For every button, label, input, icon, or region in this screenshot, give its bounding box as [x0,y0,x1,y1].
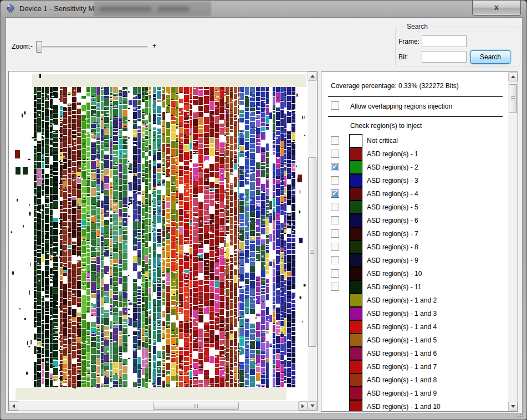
region-checkbox[interactable] [331,203,339,211]
region-swatch [349,360,362,373]
region-checkbox[interactable] [331,283,339,291]
heatmap-canvas[interactable] [9,71,308,401]
region-label: ASD region(s) - 4 [367,187,418,201]
region-label: ASD region(s) - 1 and 6 [367,347,437,360]
map-horizontal-scrollbar[interactable] [9,401,308,411]
separator [328,96,503,97]
region-swatch [349,214,362,227]
zoom-slider-track[interactable] [36,46,147,48]
title-bar[interactable]: Device 1 - Sensitivity Map x [1,1,526,17]
frame-label: Frame: [398,38,419,45]
coverage-text: Coverage percentage: 0.33% (322272 Bits) [331,82,459,90]
region-checkbox[interactable] [331,150,339,158]
region-swatch [349,280,362,294]
zoom-minus-label: - [30,42,33,50]
panel-scroll-up-button[interactable] [508,72,518,81]
region-swatch [349,134,362,147]
region-label: ASD region(s) - 1 and 10 [367,400,441,412]
down-arrow-icon [310,404,315,407]
region-row: ASD region(s) - 1 and 4 [321,320,508,334]
close-icon: x [494,3,499,12]
thumb-grip-icon [194,404,198,408]
region-row: ASD region(s) - 1 and 6 [321,347,508,360]
region-row: ASD region(s) - 7 [321,227,508,240]
region-swatch [349,267,362,280]
region-label: ASD region(s) - 3 [367,174,418,187]
region-checkbox[interactable] [331,216,339,224]
region-checkbox[interactable] [331,243,339,251]
region-row: ASD region(s) - 1 and 7 [321,360,508,373]
region-swatch [349,201,362,214]
panel-scroll-down-button[interactable] [508,402,518,411]
region-swatch [349,307,362,320]
region-label: ASD region(s) - 1 and 3 [367,307,437,320]
region-row: ASD region(s) - 1 and 3 [321,307,508,320]
map-scroll-down-button[interactable] [308,401,317,411]
region-label: ASD region(s) - 11 [367,280,421,294]
region-label: ASD region(s) - 9 [367,254,418,267]
region-row: ASD region(s) - 1 and 10 [321,400,508,412]
region-swatch [349,294,362,307]
left-arrow-icon [12,404,15,408]
region-label: ASD region(s) - 8 [367,240,418,254]
region-checkbox[interactable] [331,256,339,264]
map-scroll-right-button[interactable] [298,401,308,411]
region-label: ASD region(s) - 1 and 5 [367,334,437,347]
region-row: ASD region(s) - 3 [321,174,508,187]
region-swatch [349,320,362,334]
region-checkbox[interactable] [331,269,339,278]
region-row: ASD region(s) - 1 and 5 [321,334,508,347]
region-row: ASD region(s) - 6 [321,214,508,227]
region-label: ASD region(s) - 6 [367,214,418,227]
region-label: ASD region(s) - 1 and 7 [367,360,437,373]
panel-vertical-scroll-thumb[interactable] [509,84,517,113]
region-swatch [349,147,362,161]
region-swatch [349,187,362,201]
region-panel: Coverage percentage: 0.33% (322272 Bits)… [321,71,518,412]
region-checkbox[interactable] [331,176,339,185]
region-row: ASD region(s) - 10 [321,267,508,280]
region-label: ASD region(s) - 1 and 4 [367,320,437,334]
region-checkbox[interactable] [331,189,339,198]
window: Device 1 - Sensitivity Map x Zoom: - + S… [0,0,527,420]
up-arrow-icon [511,75,515,78]
region-row: ASD region(s) - 9 [321,254,508,267]
background-window-ghost [94,2,211,16]
region-label: ASD region(s) - 1 and 8 [367,373,437,387]
frame-input[interactable] [422,35,467,47]
region-label: ASD region(s) - 1 and 2 [367,294,437,307]
overlap-label: Allow overlapping regions injection [350,103,452,110]
region-label: ASD region(s) - 10 [367,267,422,280]
app-icon [6,4,16,14]
map-vertical-scrollbar[interactable] [308,71,317,411]
region-swatch [349,174,362,187]
close-button[interactable]: x [472,1,521,16]
map-scroll-left-button[interactable] [9,401,18,411]
bit-input[interactable] [422,51,467,63]
region-swatch [349,400,362,412]
search-button[interactable]: Search [470,50,510,64]
region-row: Not critical [321,134,508,147]
panel-vertical-scrollbar[interactable] [508,72,518,411]
resize-grip[interactable] [517,411,524,418]
region-list-header: Check region(s) to inject [350,122,422,130]
region-row: ASD region(s) - 1 and 2 [321,294,508,307]
overlap-checkbox[interactable] [331,101,339,110]
thumb-grip-icon [511,96,515,101]
zoom-slider-thumb[interactable] [36,41,42,53]
map-horizontal-scroll-thumb[interactable] [153,402,239,410]
region-checkbox[interactable] [331,163,339,171]
region-swatch [349,161,362,174]
region-row: ASD region(s) - 1 [321,147,508,161]
map-scroll-up-button[interactable] [308,71,317,81]
region-swatch [349,373,362,387]
region-swatch [349,347,362,360]
region-checkbox[interactable] [331,136,339,145]
region-label: ASD region(s) - 7 [367,227,418,240]
region-swatch [349,240,362,254]
region-checkbox[interactable] [331,229,339,238]
map-vertical-scroll-thumb[interactable] [308,157,316,347]
region-row: ASD region(s) - 1 and 8 [321,373,508,387]
search-group-legend: Search [405,23,429,30]
region-label: Not critical [367,134,398,147]
